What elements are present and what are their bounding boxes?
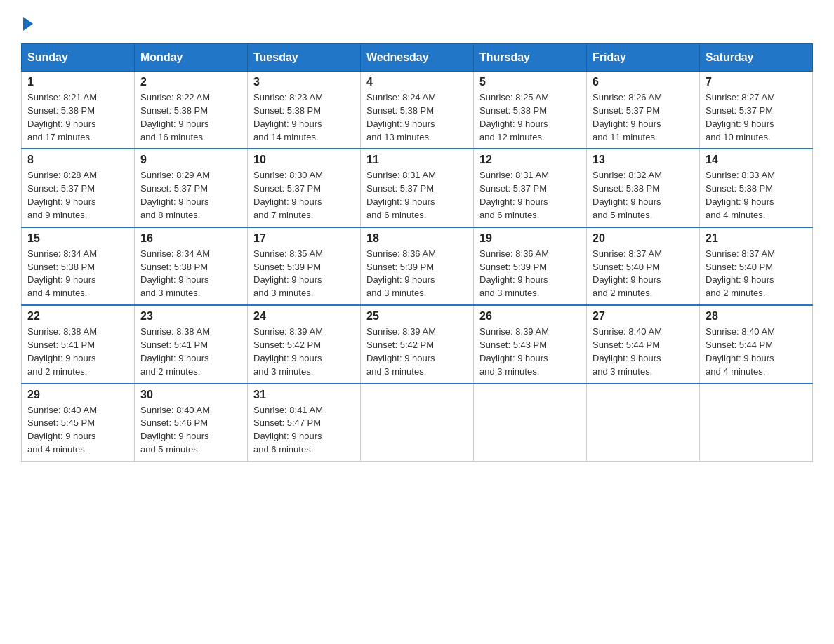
day-info: Sunrise: 8:22 AMSunset: 5:38 PMDaylight:… [140,91,241,144]
day-number: 19 [479,232,581,245]
day-number: 16 [140,232,241,245]
day-info: Sunrise: 8:37 AMSunset: 5:40 PMDaylight:… [706,248,807,300]
day-number: 31 [253,389,355,401]
logo-arrow-icon [23,17,33,31]
day-info: Sunrise: 8:27 AMSunset: 5:37 PMDaylight:… [706,91,807,144]
calendar-cell: 19Sunrise: 8:36 AMSunset: 5:39 PMDayligh… [474,227,587,305]
calendar-week-1: 1Sunrise: 8:21 AMSunset: 5:38 PMDaylight… [22,72,813,149]
day-info: Sunrise: 8:39 AMSunset: 5:43 PMDaylight:… [479,326,581,378]
day-header-monday: Monday [135,44,248,72]
day-info: Sunrise: 8:23 AMSunset: 5:38 PMDaylight:… [253,91,355,144]
calendar-cell: 25Sunrise: 8:39 AMSunset: 5:42 PMDayligh… [361,305,474,383]
day-info: Sunrise: 8:31 AMSunset: 5:37 PMDaylight:… [366,169,468,222]
calendar-cell: 20Sunrise: 8:37 AMSunset: 5:40 PMDayligh… [587,227,700,305]
day-number: 14 [706,154,807,166]
day-info: Sunrise: 8:40 AMSunset: 5:44 PMDaylight:… [593,326,694,378]
day-header-wednesday: Wednesday [361,44,474,72]
day-info: Sunrise: 8:35 AMSunset: 5:39 PMDaylight:… [253,248,355,300]
day-number: 18 [366,232,468,245]
calendar-cell: 5Sunrise: 8:25 AMSunset: 5:38 PMDaylight… [474,72,587,149]
day-info: Sunrise: 8:25 AMSunset: 5:38 PMDaylight:… [479,91,581,144]
calendar-cell: 26Sunrise: 8:39 AMSunset: 5:43 PMDayligh… [474,305,587,383]
day-number: 8 [27,154,128,166]
calendar-cell: 15Sunrise: 8:34 AMSunset: 5:38 PMDayligh… [22,227,135,305]
calendar-body: 1Sunrise: 8:21 AMSunset: 5:38 PMDaylight… [22,72,813,462]
day-number: 9 [140,154,241,166]
calendar-cell: 24Sunrise: 8:39 AMSunset: 5:42 PMDayligh… [248,305,361,383]
day-number: 22 [27,310,128,323]
calendar-cell [474,384,587,462]
day-number: 26 [479,310,581,323]
day-info: Sunrise: 8:21 AMSunset: 5:38 PMDaylight:… [27,91,128,144]
calendar-cell: 28Sunrise: 8:40 AMSunset: 5:44 PMDayligh… [700,305,813,383]
calendar-cell: 18Sunrise: 8:36 AMSunset: 5:39 PMDayligh… [361,227,474,305]
day-info: Sunrise: 8:33 AMSunset: 5:38 PMDaylight:… [706,169,807,222]
day-info: Sunrise: 8:40 AMSunset: 5:46 PMDaylight:… [140,404,241,457]
day-info: Sunrise: 8:26 AMSunset: 5:37 PMDaylight:… [593,91,694,144]
calendar-header: SundayMondayTuesdayWednesdayThursdayFrid… [22,44,813,72]
day-info: Sunrise: 8:34 AMSunset: 5:38 PMDaylight:… [27,248,128,300]
day-info: Sunrise: 8:41 AMSunset: 5:47 PMDaylight:… [253,404,355,457]
day-number: 6 [593,76,694,88]
calendar-cell: 29Sunrise: 8:40 AMSunset: 5:45 PMDayligh… [22,384,135,462]
calendar-cell: 7Sunrise: 8:27 AMSunset: 5:37 PMDaylight… [700,72,813,149]
day-info: Sunrise: 8:38 AMSunset: 5:41 PMDaylight:… [140,326,241,378]
calendar-cell: 17Sunrise: 8:35 AMSunset: 5:39 PMDayligh… [248,227,361,305]
calendar-cell: 27Sunrise: 8:40 AMSunset: 5:44 PMDayligh… [587,305,700,383]
day-number: 12 [479,154,581,166]
day-info: Sunrise: 8:30 AMSunset: 5:37 PMDaylight:… [253,169,355,222]
day-info: Sunrise: 8:29 AMSunset: 5:37 PMDaylight:… [140,169,241,222]
calendar-cell: 30Sunrise: 8:40 AMSunset: 5:46 PMDayligh… [135,384,248,462]
day-header-thursday: Thursday [474,44,587,72]
day-number: 10 [253,154,355,166]
calendar-cell: 9Sunrise: 8:29 AMSunset: 5:37 PMDaylight… [135,149,248,227]
calendar-cell: 31Sunrise: 8:41 AMSunset: 5:47 PMDayligh… [248,384,361,462]
day-info: Sunrise: 8:36 AMSunset: 5:39 PMDaylight:… [366,248,468,300]
calendar-cell: 6Sunrise: 8:26 AMSunset: 5:37 PMDaylight… [587,72,700,149]
day-info: Sunrise: 8:32 AMSunset: 5:38 PMDaylight:… [593,169,694,222]
day-number: 4 [366,76,468,88]
calendar-cell: 12Sunrise: 8:31 AMSunset: 5:37 PMDayligh… [474,149,587,227]
day-number: 20 [593,232,694,245]
calendar-cell: 13Sunrise: 8:32 AMSunset: 5:38 PMDayligh… [587,149,700,227]
calendar-cell: 16Sunrise: 8:34 AMSunset: 5:38 PMDayligh… [135,227,248,305]
day-number: 7 [706,76,807,88]
calendar-week-5: 29Sunrise: 8:40 AMSunset: 5:45 PMDayligh… [22,384,813,462]
day-header-sunday: Sunday [22,44,135,72]
day-header-tuesday: Tuesday [248,44,361,72]
day-number: 1 [27,76,128,88]
day-number: 29 [27,389,128,401]
day-number: 25 [366,310,468,323]
day-number: 3 [253,76,355,88]
day-info: Sunrise: 8:28 AMSunset: 5:37 PMDaylight:… [27,169,128,222]
calendar-cell: 21Sunrise: 8:37 AMSunset: 5:40 PMDayligh… [700,227,813,305]
day-info: Sunrise: 8:24 AMSunset: 5:38 PMDaylight:… [366,91,468,144]
logo [21,14,33,31]
page-header [21,14,813,31]
day-number: 11 [366,154,468,166]
calendar-cell: 11Sunrise: 8:31 AMSunset: 5:37 PMDayligh… [361,149,474,227]
day-number: 21 [706,232,807,245]
day-info: Sunrise: 8:38 AMSunset: 5:41 PMDaylight:… [27,326,128,378]
day-number: 23 [140,310,241,323]
calendar-week-4: 22Sunrise: 8:38 AMSunset: 5:41 PMDayligh… [22,305,813,383]
calendar-header-row: SundayMondayTuesdayWednesdayThursdayFrid… [22,44,813,72]
calendar-cell: 14Sunrise: 8:33 AMSunset: 5:38 PMDayligh… [700,149,813,227]
calendar-week-2: 8Sunrise: 8:28 AMSunset: 5:37 PMDaylight… [22,149,813,227]
calendar-table: SundayMondayTuesdayWednesdayThursdayFrid… [21,43,813,462]
day-header-friday: Friday [587,44,700,72]
day-number: 2 [140,76,241,88]
day-number: 27 [593,310,694,323]
calendar-week-3: 15Sunrise: 8:34 AMSunset: 5:38 PMDayligh… [22,227,813,305]
calendar-cell: 10Sunrise: 8:30 AMSunset: 5:37 PMDayligh… [248,149,361,227]
day-info: Sunrise: 8:39 AMSunset: 5:42 PMDaylight:… [253,326,355,378]
calendar-cell: 8Sunrise: 8:28 AMSunset: 5:37 PMDaylight… [22,149,135,227]
day-header-saturday: Saturday [700,44,813,72]
calendar-cell: 22Sunrise: 8:38 AMSunset: 5:41 PMDayligh… [22,305,135,383]
day-number: 15 [27,232,128,245]
day-info: Sunrise: 8:39 AMSunset: 5:42 PMDaylight:… [366,326,468,378]
day-info: Sunrise: 8:37 AMSunset: 5:40 PMDaylight:… [593,248,694,300]
calendar-cell: 3Sunrise: 8:23 AMSunset: 5:38 PMDaylight… [248,72,361,149]
day-number: 24 [253,310,355,323]
day-info: Sunrise: 8:31 AMSunset: 5:37 PMDaylight:… [479,169,581,222]
